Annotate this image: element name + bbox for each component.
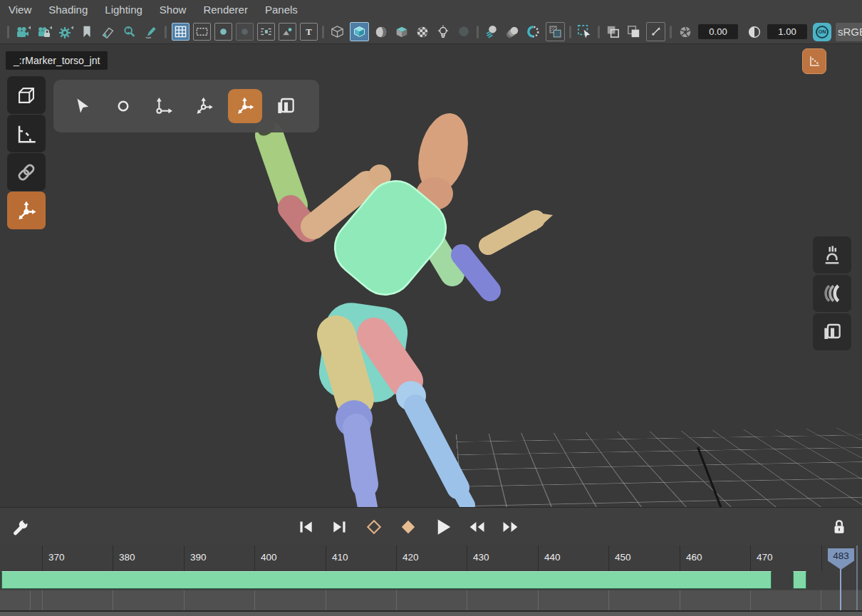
character-right-ankle[interactable] bbox=[458, 488, 467, 505]
step-back-button[interactable] bbox=[294, 516, 318, 538]
exposure-icon[interactable] bbox=[675, 21, 695, 42]
character-left-ankle[interactable] bbox=[363, 484, 368, 507]
play-button[interactable] bbox=[430, 516, 455, 538]
lock-button[interactable] bbox=[826, 516, 852, 538]
character-right-shin[interactable] bbox=[415, 406, 458, 488]
isolate-select-icon[interactable] bbox=[574, 21, 595, 42]
animation-preferences-button[interactable] bbox=[9, 516, 31, 538]
color-space-selector[interactable]: sRGB bbox=[836, 23, 862, 41]
frame-tick: 470 bbox=[750, 545, 773, 571]
workspace-panel-icon bbox=[274, 95, 297, 118]
move-tool-selected[interactable] bbox=[228, 89, 262, 123]
frame-tick: 410 bbox=[326, 545, 348, 571]
camera-lock-icon[interactable] bbox=[33, 21, 55, 43]
camera-settings-icon[interactable] bbox=[55, 21, 76, 43]
angle-snap-button[interactable] bbox=[7, 115, 46, 152]
timeline-sub-strip[interactable] bbox=[0, 590, 862, 610]
menu-show[interactable]: Show bbox=[151, 0, 195, 20]
menu-panels[interactable]: Panels bbox=[256, 0, 306, 20]
wireframe-icon[interactable] bbox=[327, 21, 348, 42]
shadows-icon[interactable] bbox=[453, 21, 474, 42]
textured-icon[interactable] bbox=[391, 21, 412, 42]
motion-blur-icon[interactable] bbox=[502, 21, 523, 42]
cached-range-segment[interactable] bbox=[793, 571, 806, 589]
move-tool-button-active[interactable] bbox=[7, 192, 46, 229]
angle-snap-icon bbox=[14, 122, 38, 146]
frame-tick: 460 bbox=[680, 545, 702, 571]
grid-toggle-icon[interactable] bbox=[172, 23, 189, 41]
cached-range-row bbox=[0, 571, 862, 590]
rotate-translate-axes-icon bbox=[193, 95, 216, 118]
move-tool-icon bbox=[234, 95, 256, 118]
character-left-upper-arm[interactable] bbox=[269, 135, 294, 205]
field-chart-icon[interactable] bbox=[257, 23, 275, 41]
key-diamond-filled-icon bbox=[399, 518, 417, 536]
menu-lighting[interactable]: Lighting bbox=[96, 0, 151, 20]
wrench-icon bbox=[10, 517, 30, 537]
link-constraint-button[interactable] bbox=[7, 153, 46, 191]
screen-space-ao-icon[interactable] bbox=[482, 21, 502, 42]
fast-forward-icon bbox=[501, 517, 521, 537]
workspace-panel-button[interactable] bbox=[813, 313, 851, 350]
grease-pencil-icon[interactable] bbox=[140, 21, 162, 43]
camera-icon[interactable] bbox=[12, 21, 33, 43]
anti-aliasing-icon[interactable] bbox=[523, 21, 544, 42]
hud-text-icon[interactable]: T bbox=[300, 23, 318, 41]
gate-mask-icon[interactable] bbox=[236, 23, 254, 41]
contrast-field[interactable]: 1.00 bbox=[767, 24, 807, 39]
film-gate-icon[interactable] bbox=[193, 23, 211, 41]
color-management-toggle[interactable]: ON bbox=[813, 23, 831, 41]
cube-outline-icon bbox=[14, 83, 38, 108]
frame-tick: 400 bbox=[254, 545, 277, 571]
toolbar-grip bbox=[322, 26, 324, 38]
lighting-bulb-icon[interactable] bbox=[432, 21, 453, 42]
toolbar-grip bbox=[165, 26, 167, 38]
cached-range-segment[interactable] bbox=[1, 571, 772, 589]
smooth-shade-icon[interactable] bbox=[350, 22, 369, 41]
character-right-forearm[interactable] bbox=[462, 255, 490, 291]
viewport-3d[interactable]: _:rMarker_torso_jnt bbox=[0, 44, 862, 507]
frame-tick: 420 bbox=[396, 545, 419, 571]
character-right-hand-tip[interactable] bbox=[533, 212, 553, 231]
time-slider-ruler[interactable]: 370 380 390 400 410 420 430 440 450 460 … bbox=[0, 545, 862, 571]
cube-outline-button[interactable] bbox=[7, 76, 46, 114]
use-all-lights-icon[interactable] bbox=[412, 21, 432, 42]
playback-bar bbox=[0, 507, 862, 545]
menu-shading[interactable]: Shading bbox=[40, 0, 96, 20]
bookmark-icon[interactable] bbox=[76, 21, 98, 43]
lasso-tool[interactable] bbox=[106, 89, 140, 123]
backface-culling-icon[interactable] bbox=[623, 21, 644, 42]
viewport-left-toolbar bbox=[7, 76, 46, 229]
set-key-outline-button[interactable] bbox=[362, 516, 386, 538]
playhead-line[interactable] bbox=[840, 569, 841, 610]
select-tool[interactable] bbox=[66, 89, 100, 123]
transport-controls bbox=[294, 516, 523, 538]
graph-editor-button[interactable] bbox=[802, 48, 826, 74]
menu-renderer[interactable]: Renderer bbox=[194, 0, 256, 20]
xray-icon[interactable] bbox=[546, 22, 565, 41]
fast-forward-button[interactable] bbox=[499, 516, 523, 538]
wireframe-on-shaded-icon[interactable] bbox=[603, 21, 623, 42]
character-right-hand[interactable] bbox=[488, 219, 536, 246]
exposure-field[interactable]: 0.00 bbox=[698, 24, 738, 39]
step-forward-button[interactable] bbox=[328, 516, 352, 538]
snapshot-icon[interactable] bbox=[646, 22, 665, 41]
rewind-button[interactable] bbox=[464, 516, 489, 538]
workspace-panel-tool[interactable] bbox=[269, 89, 303, 123]
menu-view[interactable]: View bbox=[9, 0, 40, 20]
image-display-icon[interactable] bbox=[279, 23, 296, 41]
ghost-marker-button[interactable] bbox=[813, 236, 851, 273]
contrast-icon[interactable] bbox=[744, 21, 764, 42]
character-left-thigh[interactable] bbox=[336, 335, 355, 399]
tool-options-bar bbox=[53, 80, 319, 132]
image-plane-icon[interactable] bbox=[98, 21, 119, 43]
set-key-button[interactable] bbox=[396, 516, 420, 538]
zoom-pan-icon[interactable] bbox=[119, 21, 140, 43]
translate-tool[interactable] bbox=[147, 89, 181, 123]
flat-shade-icon[interactable] bbox=[370, 21, 391, 42]
resolution-gate-icon[interactable] bbox=[214, 23, 232, 41]
motion-trail-button[interactable] bbox=[813, 275, 851, 312]
rotate-translate-tool[interactable] bbox=[187, 89, 222, 123]
key-diamond-outline-icon bbox=[365, 518, 383, 536]
lock-icon bbox=[830, 518, 848, 536]
